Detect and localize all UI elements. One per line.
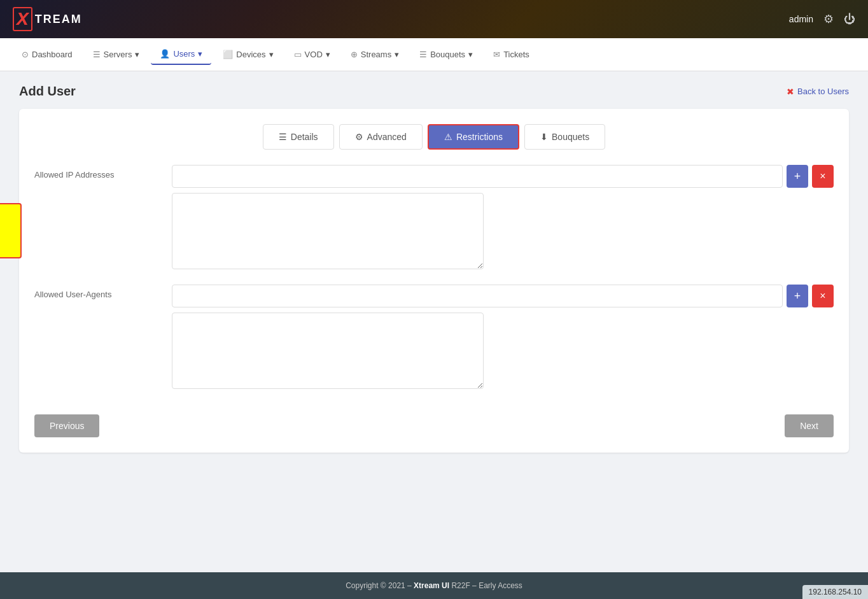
allowed-ip-textarea-wrapper <box>172 193 834 269</box>
form-sections: Dejamos con las configuraciones predeter… <box>34 165 834 437</box>
add-ip-button[interactable]: + <box>787 165 808 188</box>
logo-text: TREAM <box>35 13 82 26</box>
tab-advanced[interactable]: ⚙ Advanced <box>339 124 423 150</box>
add-ua-button[interactable]: + <box>787 285 808 307</box>
header: X TREAM admin ⚙ ⏻ <box>0 0 868 38</box>
back-to-users-link[interactable]: ✖ Back to Users <box>787 87 849 97</box>
nav-item-users[interactable]: 👤 Users ▾ <box>151 44 211 65</box>
nav-label-bouquets: Bouquets <box>430 50 465 59</box>
tab-bouquets[interactable]: ⬇ Bouquets <box>524 124 605 150</box>
nav-item-servers[interactable]: ☰ Servers ▾ <box>84 45 149 64</box>
devices-chevron-icon: ▾ <box>269 50 274 59</box>
header-right: admin ⚙ ⏻ <box>789 12 855 26</box>
servers-icon: ☰ <box>93 50 101 59</box>
nav-label-dashboard: Dashboard <box>32 50 73 59</box>
back-link-label: Back to Users <box>797 87 849 96</box>
allowed-ip-textarea[interactable] <box>172 193 484 269</box>
restrictions-tab-icon: ⚠ <box>444 132 452 142</box>
dashboard-icon: ⊙ <box>22 50 29 59</box>
advanced-tab-icon: ⚙ <box>355 132 363 142</box>
next-button[interactable]: Next <box>785 414 834 437</box>
nav-label-streams: Streams <box>361 50 391 59</box>
previous-button[interactable]: Previous <box>34 414 99 437</box>
allowed-ua-input[interactable] <box>172 285 783 307</box>
nav-label-devices: Devices <box>236 50 265 59</box>
ip-badge: 192.168.254.10 <box>802 585 868 599</box>
devices-icon: ⬜ <box>223 50 233 59</box>
allowed-ua-textarea-wrapper <box>172 313 834 389</box>
allowed-ip-row: Allowed IP Addresses + × <box>34 165 834 188</box>
allowed-ua-group: Allowed User-Agents + × <box>34 285 834 389</box>
nav-item-tickets[interactable]: ✉ Tickets <box>484 45 538 64</box>
servers-chevron-icon: ▾ <box>135 50 139 59</box>
allowed-ua-label: Allowed User-Agents <box>34 285 162 299</box>
main-nav: ⊙ Dashboard ☰ Servers ▾ 👤 Users ▾ ⬜ Devi… <box>0 38 868 71</box>
allowed-ua-input-group: + × <box>172 285 834 307</box>
vod-chevron-icon: ▾ <box>326 50 330 59</box>
form-tabs: ☰ Details ⚙ Advanced ⚠ Restrictions ⬇ Bo… <box>34 124 834 150</box>
users-chevron-icon: ▾ <box>198 49 202 59</box>
page-footer: Copyright © 2021 – Xtream UI R22F – Earl… <box>0 572 868 599</box>
tab-restrictions-label: Restrictions <box>456 132 503 142</box>
details-tab-icon: ☰ <box>279 132 287 142</box>
tab-restrictions[interactable]: ⚠ Restrictions <box>428 124 519 150</box>
main-content: Add User ✖ Back to Users ☰ Details ⚙ Adv… <box>0 71 868 572</box>
tab-details[interactable]: ☰ Details <box>263 124 334 150</box>
allowed-ip-label: Allowed IP Addresses <box>34 165 162 180</box>
footer-buttons: Previous Next <box>34 404 834 437</box>
streams-chevron-icon: ▾ <box>395 50 399 59</box>
allowed-ip-input[interactable] <box>172 165 783 188</box>
users-icon: 👤 <box>160 49 170 59</box>
nav-label-vod: VOD <box>305 50 323 59</box>
username-label: admin <box>789 14 813 24</box>
annotation-box: Dejamos con las configuraciones predeter… <box>0 203 22 258</box>
nav-item-vod[interactable]: ▭ VOD ▾ <box>285 45 339 64</box>
allowed-ua-textarea[interactable] <box>172 313 484 389</box>
footer-version: R22F – Early Access <box>449 581 522 590</box>
remove-ip-button[interactable]: × <box>812 165 834 188</box>
tickets-icon: ✉ <box>493 50 500 59</box>
tab-advanced-label: Advanced <box>367 132 407 142</box>
page-title: Add User <box>19 84 76 99</box>
nav-item-devices[interactable]: ⬜ Devices ▾ <box>214 45 282 64</box>
tab-bouquets-label: Bouquets <box>552 132 589 142</box>
bouquets-chevron-icon: ▾ <box>468 50 473 59</box>
nav-item-bouquets[interactable]: ☰ Bouquets ▾ <box>410 45 482 64</box>
footer-text: Copyright © 2021 – <box>346 581 414 590</box>
remove-ua-button[interactable]: × <box>812 285 834 307</box>
vod-icon: ▭ <box>294 50 302 59</box>
footer-brand: Xtream UI <box>414 581 449 590</box>
allowed-ip-group: Allowed IP Addresses + × <box>34 165 834 269</box>
allowed-ua-row: Allowed User-Agents + × <box>34 285 834 307</box>
nav-label-users: Users <box>173 49 195 59</box>
form-card: ☰ Details ⚙ Advanced ⚠ Restrictions ⬇ Bo… <box>19 109 849 453</box>
bouquets-icon: ☰ <box>419 50 427 59</box>
nav-item-streams[interactable]: ⊕ Streams ▾ <box>342 45 408 64</box>
tab-details-label: Details <box>291 132 318 142</box>
nav-label-servers: Servers <box>104 50 132 59</box>
power-icon[interactable]: ⏻ <box>844 13 855 26</box>
back-icon: ✖ <box>787 87 794 97</box>
logo: X TREAM <box>13 7 82 31</box>
allowed-ip-input-group: + × <box>172 165 834 188</box>
settings-icon[interactable]: ⚙ <box>823 12 834 26</box>
bouquets-tab-icon: ⬇ <box>540 132 548 142</box>
logo-x: X <box>13 7 32 31</box>
streams-icon: ⊕ <box>351 50 358 59</box>
nav-item-dashboard[interactable]: ⊙ Dashboard <box>13 45 81 64</box>
page-header: Add User ✖ Back to Users <box>19 84 849 99</box>
ip-address: 192.168.254.10 <box>809 588 862 596</box>
nav-label-tickets: Tickets <box>503 50 529 59</box>
